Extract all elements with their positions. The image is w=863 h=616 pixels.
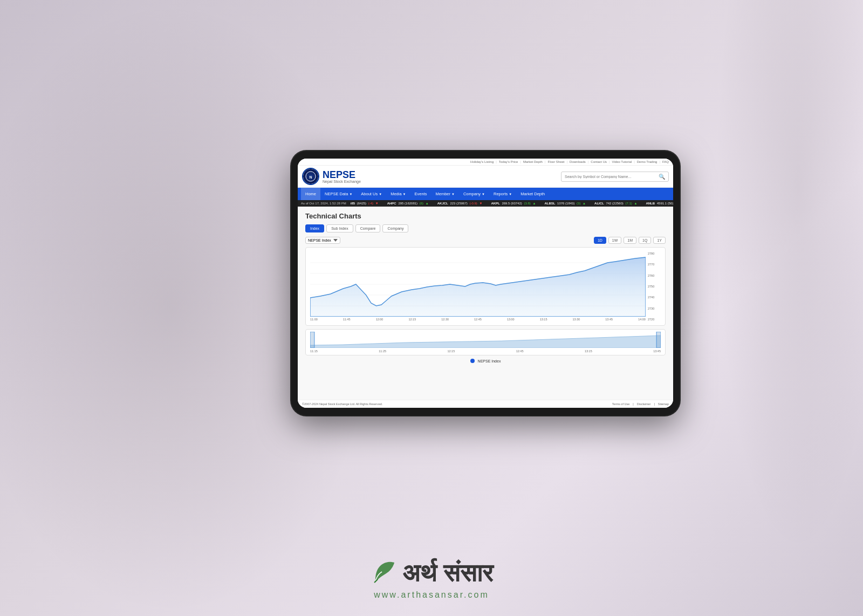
- nav-arrow: ▼: [482, 193, 485, 196]
- nav-market-depth[interactable]: Market Depth: [516, 188, 549, 200]
- nav-arrow: ▼: [403, 193, 406, 196]
- svg-rect-7: [310, 332, 314, 348]
- utility-link-video[interactable]: Video Tutorial: [612, 160, 632, 163]
- nav-home[interactable]: Home: [301, 188, 320, 200]
- chart-row: 11:00 11:45 12:00 12:15 12:30 12:45 13:0…: [310, 252, 661, 321]
- footer-disclaimer[interactable]: Disclaimer: [637, 402, 651, 406]
- nav-nepse-data[interactable]: NEPSE Data ▼: [320, 188, 357, 200]
- x-axis-labels: 11:00 11:45 12:00 12:15 12:30 12:45 13:0…: [310, 317, 646, 321]
- svg-text:N: N: [309, 175, 312, 179]
- legend-dot: [470, 359, 475, 363]
- ticker-anlb: ANLB 4591.1 (50) (-148) ▼: [646, 202, 673, 205]
- index-dropdown[interactable]: NEPSE Index: [305, 237, 340, 244]
- site-subtitle: Nepal Stock Exchange: [323, 180, 361, 183]
- nav-arrow: ▼: [379, 193, 382, 196]
- time-btn-1q[interactable]: 1Q: [639, 237, 651, 244]
- tab-compare[interactable]: Compare: [355, 224, 381, 232]
- nav-company[interactable]: Company ▼: [459, 188, 489, 200]
- nav-arrow: ▼: [509, 193, 512, 196]
- logo-area: N NEPSE Nepal Stock Exchange: [302, 168, 361, 185]
- tablet-screen: Holiday's Listing | Today's Price | Mark…: [298, 159, 673, 408]
- main-content: Technical Charts Index Sub Index Compare…: [298, 207, 673, 400]
- logo-text: NEPSE Nepal Stock Exchange: [323, 170, 361, 183]
- utility-link-holiday[interactable]: Holiday's Listing: [470, 160, 494, 163]
- ticker-akpl: AKPL 269.5 (93742) (3.8) ▲: [491, 202, 536, 205]
- tab-index[interactable]: Index: [305, 224, 324, 232]
- time-btn-1w[interactable]: 1W: [608, 237, 622, 244]
- chart-legend: NEPSE Index: [305, 359, 666, 363]
- time-btn-1y[interactable]: 1Y: [653, 237, 666, 244]
- ticker-i85: i85 (6425) (-4) ▼: [351, 202, 379, 205]
- nav-arrow: ▼: [349, 193, 352, 196]
- logo-inner-circle: N: [303, 169, 318, 184]
- utility-link-demo[interactable]: Demo Trading: [637, 160, 657, 163]
- footer-terms[interactable]: Terms of Use: [612, 402, 629, 406]
- utility-link-downloads[interactable]: Downloads: [570, 160, 586, 163]
- utility-link-market-depth[interactable]: Market Depth: [523, 160, 543, 163]
- site-footer: ©2007-2024 Nepal Stock Exchange Ltd. All…: [298, 400, 673, 408]
- bottom-brand: अर्थ संसार www.arthasansar.com: [370, 558, 493, 600]
- main-chart: [310, 252, 646, 317]
- main-chart-container: 11:00 11:45 12:00 12:15 12:30 12:45 13:0…: [305, 247, 666, 326]
- index-selector: NEPSE Index: [305, 237, 340, 244]
- ticker-bar: As of Oct 17, 2024, 1:52:28 PM i85 (6425…: [298, 200, 673, 207]
- time-btn-1d[interactable]: 1D: [594, 237, 606, 244]
- footer-copyright: ©2007-2024 Nepal Stock Exchange Ltd. All…: [302, 402, 382, 406]
- tablet-frame: Holiday's Listing | Today's Price | Mark…: [291, 151, 680, 415]
- main-navbar: Home NEPSE Data ▼ About Us ▼ Media ▼ Eve…: [298, 188, 673, 200]
- tab-company[interactable]: Company: [382, 224, 408, 232]
- chart-section-title: Technical Charts: [305, 212, 666, 220]
- ticker-ahpc: AHPC 295 (162081) (6) ▲: [387, 202, 429, 205]
- search-icon[interactable]: 🔍: [659, 174, 665, 180]
- mini-chart-svg: [310, 332, 661, 348]
- ticker-albsl: ALBSL 1076 (1843) (3) ▲: [544, 202, 586, 205]
- utility-link-contact[interactable]: Contact Us: [591, 160, 607, 163]
- arthasansar-logo-icon: [370, 560, 397, 587]
- y-axis-labels: 2780 2770 2760 2750 2740 2730 2720: [646, 252, 661, 321]
- site-header: N NEPSE Nepal Stock Exchange 🔍: [298, 166, 673, 188]
- ticker-content: i85 (6425) (-4) ▼ AHPC 295 (162081) (6) …: [351, 202, 673, 205]
- utility-link-floor-sheet[interactable]: Floor Sheet: [547, 160, 564, 163]
- nav-member[interactable]: Member ▼: [431, 188, 458, 200]
- nav-reports[interactable]: Reports ▼: [489, 188, 516, 200]
- nav-media[interactable]: Media ▼: [386, 188, 410, 200]
- brand-row: अर्थ संसार: [370, 558, 493, 588]
- footer-sitemap[interactable]: Sitemap: [658, 402, 669, 406]
- search-input[interactable]: [565, 175, 656, 179]
- mini-x-labels: 11:15 11:25 12:15 12:45 13:15 13:45: [310, 350, 661, 353]
- tablet-device: Holiday's Listing | Today's Price | Mark…: [291, 151, 680, 415]
- mini-chart-container: 11:15 11:25 12:15 12:45 13:15 13:45: [305, 329, 666, 355]
- nepse-logo-svg: N: [305, 171, 316, 182]
- time-range-buttons: 1D 1W 1M 1Q 1Y: [594, 237, 666, 244]
- tab-sub-index[interactable]: Sub Index: [326, 224, 353, 232]
- brand-url: www.arthasansar.com: [374, 590, 489, 600]
- brand-name-nepali: अर्थ संसार: [402, 558, 493, 588]
- ticker-timestamp: As of Oct 17, 2024, 1:52:28 PM: [301, 202, 346, 205]
- ticker-alicl: ALICL 742 (22560) (7.1) ▲: [594, 202, 637, 205]
- site-title[interactable]: NEPSE: [323, 170, 361, 180]
- nav-arrow: ▼: [451, 193, 455, 196]
- legend-label: NEPSE Index: [478, 359, 501, 363]
- ticker-akjcl: AKJCL 223 (25067) (-0.9) ▼: [437, 202, 483, 205]
- chart-controls: NEPSE Index 1D 1W 1M 1Q 1Y: [305, 237, 666, 244]
- search-area[interactable]: 🔍: [561, 172, 669, 182]
- time-btn-1m[interactable]: 1M: [624, 237, 636, 244]
- chart-area: 11:00 11:45 12:00 12:15 12:30 12:45 13:0…: [310, 252, 646, 321]
- chart-tabs: Index Sub Index Compare Company: [305, 224, 666, 232]
- utility-bar: Holiday's Listing | Today's Price | Mark…: [298, 159, 673, 166]
- svg-rect-8: [656, 332, 661, 348]
- utility-link-price[interactable]: Today's Price: [499, 160, 518, 163]
- nav-events[interactable]: Events: [410, 188, 432, 200]
- logo-icon: N: [302, 168, 319, 185]
- chart-svg: [310, 252, 646, 317]
- utility-link-faq[interactable]: FAQ: [662, 160, 669, 163]
- footer-links: Terms of Use | Disclaimer | Sitemap: [612, 402, 669, 406]
- nav-about-us[interactable]: About Us ▼: [357, 188, 386, 200]
